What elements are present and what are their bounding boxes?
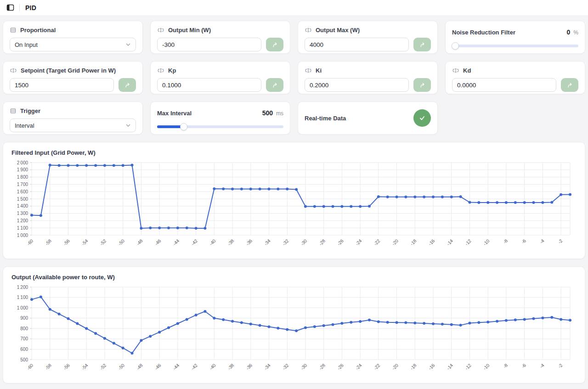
chart-card-output: Output (Available power to route, W) 1 2… xyxy=(3,266,585,383)
svg-text:-28: -28 xyxy=(318,238,326,246)
curved-arrow-right-icon xyxy=(419,41,426,48)
card-setpoint: Setpoint (Target Grid Power in W) xyxy=(3,61,143,94)
slider-handle[interactable] xyxy=(452,42,459,50)
ki-input[interactable] xyxy=(305,78,409,92)
curved-arrow-right-icon xyxy=(271,82,278,89)
chart-title: Output (Available power to route, W) xyxy=(11,274,577,281)
card-output-max: Output Max (W) xyxy=(298,21,438,54)
svg-text:1 800: 1 800 xyxy=(17,175,28,180)
svg-text:-42: -42 xyxy=(190,362,198,371)
svg-text:-44: -44 xyxy=(172,362,180,371)
svg-text:-20: -20 xyxy=(391,362,399,371)
input-cursor-icon xyxy=(10,67,17,74)
card-trigger: Trigger Interval xyxy=(3,101,143,135)
submit-output-min-button[interactable] xyxy=(266,38,283,51)
input-cursor-icon xyxy=(305,27,312,34)
curved-arrow-right-icon xyxy=(419,82,426,89)
noise-filter-unit: % xyxy=(573,29,578,36)
svg-text:1 100: 1 100 xyxy=(17,226,28,231)
svg-text:-8: -8 xyxy=(502,362,509,369)
card-proportional: Proportional On Input xyxy=(3,21,143,54)
svg-text:-38: -38 xyxy=(226,238,235,246)
select-value: On Input xyxy=(15,41,38,48)
svg-text:-12: -12 xyxy=(464,238,472,246)
max-interval-slider[interactable] xyxy=(157,123,283,130)
card-label: Output Max (W) xyxy=(316,27,360,34)
submit-output-max-button[interactable] xyxy=(413,38,431,51)
empty-cell xyxy=(445,101,585,135)
slider-track[interactable] xyxy=(452,45,578,47)
svg-text:-6: -6 xyxy=(520,362,527,369)
svg-text:-56: -56 xyxy=(62,362,71,371)
page-title: PID xyxy=(25,4,36,11)
svg-text:-28: -28 xyxy=(318,362,326,371)
chart-card-filtered-input: Filtered Input (Grid Power, W) 2 0001 90… xyxy=(3,142,585,259)
svg-text:-4: -4 xyxy=(539,362,545,369)
svg-text:-10: -10 xyxy=(482,238,491,246)
svg-text:1 700: 1 700 xyxy=(17,182,28,187)
svg-text:1 100: 1 100 xyxy=(17,295,28,300)
topbar: PID xyxy=(0,0,588,15)
svg-text:-58: -58 xyxy=(44,238,52,246)
realtime-toggle-button[interactable] xyxy=(413,109,431,127)
chart-svg: 1 2001 1001 000900800700600500-60-58-56-… xyxy=(11,282,577,378)
svg-text:-56: -56 xyxy=(62,238,71,246)
svg-text:2 000: 2 000 xyxy=(17,160,28,165)
noise-filter-slider[interactable] xyxy=(452,42,578,50)
svg-text:-30: -30 xyxy=(300,238,308,246)
curved-arrow-right-icon xyxy=(124,82,131,89)
svg-text:-58: -58 xyxy=(44,362,52,371)
curved-arrow-right-icon xyxy=(271,41,278,48)
svg-text:-54: -54 xyxy=(81,362,89,371)
svg-text:-46: -46 xyxy=(154,238,162,246)
svg-text:1 400: 1 400 xyxy=(17,203,28,209)
filtered-input-chart: 2 0001 9001 8001 7001 6001 5001 4001 300… xyxy=(11,158,577,254)
svg-text:-18: -18 xyxy=(409,238,418,246)
card-noise-filter: Noise Reduction Filter 0 % xyxy=(445,21,585,54)
kp-input[interactable] xyxy=(157,78,261,92)
svg-text:-40: -40 xyxy=(209,362,217,371)
svg-text:1 600: 1 600 xyxy=(17,189,28,194)
sidebar-toggle-button[interactable] xyxy=(5,2,16,13)
svg-text:1 000: 1 000 xyxy=(17,305,28,310)
card-max-interval: Max Interval 500 ms xyxy=(150,101,290,135)
svg-text:-2: -2 xyxy=(557,362,563,369)
svg-text:-2: -2 xyxy=(557,238,563,244)
kd-input[interactable] xyxy=(452,78,556,92)
output-min-input[interactable] xyxy=(157,38,261,51)
rows-icon xyxy=(10,27,17,34)
submit-ki-button[interactable] xyxy=(413,78,431,92)
topbar-separator xyxy=(19,4,20,11)
svg-text:-50: -50 xyxy=(117,362,125,371)
curved-arrow-right-icon xyxy=(566,82,573,89)
setpoint-input[interactable] xyxy=(10,78,114,92)
svg-text:-26: -26 xyxy=(336,238,345,246)
card-label: Setpoint (Target Grid Power in W) xyxy=(21,67,116,74)
submit-kp-button[interactable] xyxy=(266,78,283,92)
svg-text:1 000: 1 000 xyxy=(17,233,28,238)
submit-setpoint-button[interactable] xyxy=(119,78,136,92)
svg-text:-36: -36 xyxy=(245,238,253,246)
proportional-select[interactable]: On Input xyxy=(10,38,136,51)
input-cursor-icon xyxy=(452,67,459,74)
noise-filter-value: 0 xyxy=(567,28,571,36)
input-cursor-icon xyxy=(157,67,164,74)
output-max-input[interactable] xyxy=(305,38,409,51)
submit-kd-button[interactable] xyxy=(561,78,578,92)
svg-text:-32: -32 xyxy=(282,238,290,246)
card-output-min: Output Min (W) xyxy=(150,21,290,54)
card-label: Ki xyxy=(316,67,322,74)
output-chart: 1 2001 1001 000900800700600500-60-58-56-… xyxy=(11,282,577,378)
svg-text:-22: -22 xyxy=(373,238,381,246)
chevron-down-icon xyxy=(125,123,131,128)
card-label: Real-time Data xyxy=(305,115,346,122)
svg-text:-44: -44 xyxy=(172,238,180,246)
chevron-down-icon xyxy=(125,42,131,47)
input-cursor-icon xyxy=(305,67,312,74)
card-label: Trigger xyxy=(20,107,40,114)
svg-text:-16: -16 xyxy=(427,238,435,246)
svg-text:1 200: 1 200 xyxy=(17,218,28,223)
trigger-select[interactable]: Interval xyxy=(10,118,136,132)
svg-text:700: 700 xyxy=(20,336,28,341)
slider-handle[interactable] xyxy=(180,123,187,130)
